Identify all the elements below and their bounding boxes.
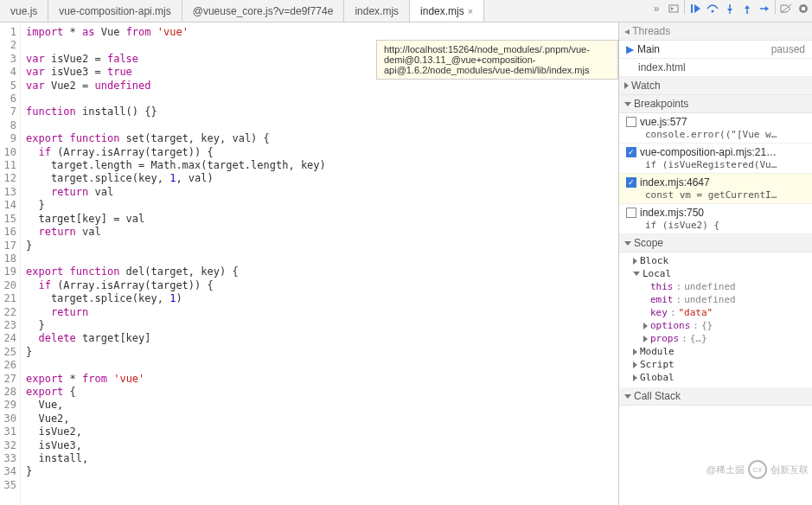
code-area[interactable]: import * as Vue from 'vue' var isVue2 = … (21, 22, 618, 505)
chevron-down-icon (624, 241, 631, 246)
tab-label: index.mjs (355, 5, 399, 17)
breakpoint-preview: console.error(("[Vue w… (626, 129, 807, 140)
scope-vars: this: undefinedemit: undefinedkey: "data… (619, 280, 812, 345)
breakpoint-item[interactable]: index.mjs:750if (isVue2) { (619, 204, 812, 234)
watermark: @稀土掘 CX 创新互联 (707, 460, 809, 479)
scope-script[interactable]: Script (619, 358, 812, 371)
tab[interactable]: vue.js (0, 0, 48, 22)
watermark-logo-icon: CX (748, 460, 767, 479)
scope-local[interactable]: Local (619, 267, 812, 280)
breakpoint-label: index.mjs:750 (640, 207, 704, 219)
tab[interactable]: @vueuse_core.js?v=de9f774e (182, 0, 345, 22)
tab-label: index.mjs (420, 5, 464, 17)
svg-marker-1 (671, 7, 674, 10)
breakpoint-item[interactable]: ✓index.mjs:4647const vm = getCurrentI… (619, 174, 812, 204)
scope-header[interactable]: Scope (619, 234, 812, 252)
svg-point-10 (746, 12, 748, 14)
debugger-sidebar: ◂ Threads ▶ Main paused index.html Watch… (618, 22, 812, 505)
scope-variable[interactable]: options: {} (619, 319, 812, 332)
thread-name: Main (637, 43, 660, 55)
step-over-button[interactable] (704, 0, 721, 17)
breakpoint-preview: if (isVueRegistered(Vu… (626, 159, 807, 170)
step-out-button[interactable] (738, 0, 756, 17)
breakpoint-preview: if (isVue2) { (626, 220, 807, 231)
svg-point-7 (729, 12, 731, 14)
chevron-down-icon (624, 102, 631, 106)
tab[interactable]: vue-composition-api.mjs (48, 0, 182, 22)
step-into-button[interactable] (721, 0, 738, 17)
checkbox[interactable] (626, 208, 636, 218)
tab[interactable]: index.mjs (344, 0, 410, 22)
deactivate-breakpoints-button[interactable] (777, 0, 795, 17)
breakpoints-header[interactable]: Breakpoints (619, 95, 812, 113)
resume-button[interactable] (687, 0, 704, 17)
thread-file[interactable]: index.html (619, 59, 812, 77)
pause-exceptions-button[interactable] (795, 0, 812, 17)
breakpoint-label: vue.js:577 (640, 116, 687, 128)
step-button[interactable] (756, 0, 773, 17)
editor-pane: 1234567891011121314151617181920212223242… (0, 22, 618, 505)
watch-header[interactable]: Watch (619, 77, 812, 95)
main: 1234567891011121314151617181920212223242… (0, 22, 812, 505)
scope-body: Block Local this: undefinedemit: undefin… (619, 252, 812, 387)
svg-marker-12 (765, 6, 769, 11)
scope-variable[interactable]: props: {…} (619, 332, 812, 345)
scope-variable[interactable]: emit: undefined (619, 293, 812, 306)
breakpoint-label: vue-composition-api.mjs:21… (640, 146, 777, 158)
svg-marker-9 (745, 5, 750, 9)
breakpoint-item[interactable]: vue.js:577console.error(("[Vue w… (619, 113, 812, 144)
svg-point-4 (712, 10, 714, 13)
file-path-tooltip: http://localhost:15264/node_modules/.pnp… (376, 40, 618, 80)
tab-label: @vueuse_core.js?v=de9f774e (193, 5, 334, 17)
run-snippet-icon[interactable] (665, 0, 682, 17)
scope-block[interactable]: Block (619, 254, 812, 267)
svg-rect-2 (691, 4, 693, 13)
chevron-down-icon (624, 394, 631, 399)
thread-status: paused (771, 43, 805, 55)
scope-module[interactable]: Module (619, 345, 812, 358)
current-thread-icon: ▶ (626, 43, 634, 55)
tab[interactable]: index.mjs × (410, 0, 484, 22)
scope-variable[interactable]: this: undefined (619, 280, 812, 293)
scope-variable[interactable]: key: "data" (619, 306, 812, 319)
threads-header[interactable]: ◂ Threads (619, 22, 812, 41)
thread-main[interactable]: ▶ Main paused (619, 41, 812, 59)
checkbox[interactable]: ✓ (626, 177, 636, 188)
svg-rect-16 (802, 7, 805, 10)
breakpoints-list: vue.js:577console.error(("[Vue w…✓vue-co… (619, 113, 812, 234)
checkbox[interactable] (626, 117, 636, 127)
tab-label: vue.js (10, 5, 37, 17)
scope-global[interactable]: Global (619, 371, 812, 384)
more-tabs-button[interactable]: » (648, 0, 665, 17)
svg-marker-6 (727, 9, 732, 12)
chevron-right-icon (624, 82, 629, 89)
svg-marker-3 (694, 4, 700, 13)
close-icon[interactable]: × (468, 6, 473, 16)
tab-label: vue-composition-api.mjs (59, 5, 170, 17)
breakpoint-preview: const vm = getCurrentI… (626, 189, 807, 201)
checkbox[interactable]: ✓ (626, 147, 636, 157)
top-bar: vue.jsvue-composition-api.mjs@vueuse_cor… (0, 0, 812, 22)
tabs: vue.jsvue-composition-api.mjs@vueuse_cor… (0, 0, 648, 22)
line-gutter: 1234567891011121314151617181920212223242… (0, 22, 21, 505)
breakpoint-label: index.mjs:4647 (640, 176, 710, 189)
callstack-header[interactable]: Call Stack (619, 387, 812, 406)
breakpoint-item[interactable]: ✓vue-composition-api.mjs:21…if (isVueReg… (619, 144, 812, 174)
